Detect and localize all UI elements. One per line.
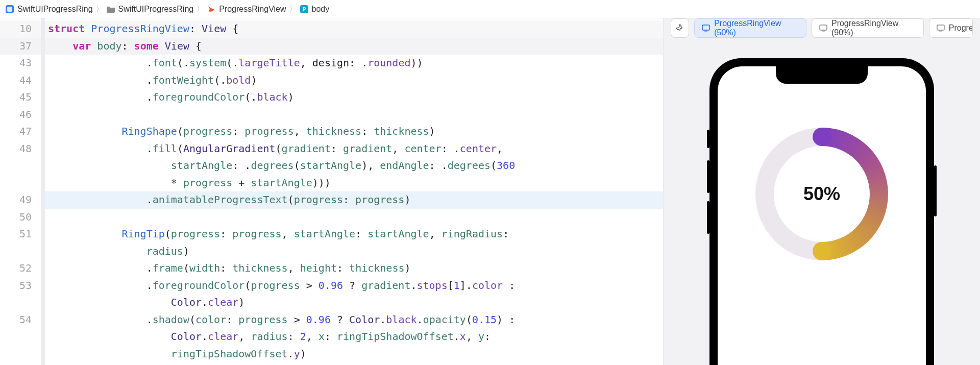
line-number bbox=[0, 346, 41, 363]
preview-pill[interactable]: ProgressRingView (50%) bbox=[694, 18, 806, 38]
code-line[interactable]: .frame(width: thickness, height: thickne… bbox=[45, 260, 663, 277]
property-icon: P bbox=[300, 5, 309, 14]
svg-rect-1 bbox=[7, 7, 12, 12]
line-gutter: 103743444546474849505152535455 bbox=[0, 18, 41, 365]
breadcrumb-app[interactable]: SwiftUIProgressRing bbox=[5, 5, 93, 14]
line-number: 10 bbox=[0, 20, 41, 38]
device-frame: 50% bbox=[709, 58, 934, 365]
line-number: 49 bbox=[0, 191, 41, 209]
code-fold-strip[interactable] bbox=[41, 18, 45, 365]
code-line[interactable]: * progress + startAngle))) bbox=[45, 175, 663, 192]
svg-rect-4 bbox=[702, 25, 709, 30]
chevron-right-icon: 〉 bbox=[96, 5, 103, 14]
code-area[interactable]: struct ProgressRingView: View { var body… bbox=[45, 18, 663, 365]
svg-rect-9 bbox=[939, 31, 942, 32]
code-line[interactable]: RingShape(progress: progress, thickness:… bbox=[45, 123, 663, 140]
code-line[interactable]: .animatableProgressText(progress: progre… bbox=[45, 191, 663, 209]
line-number: 51 bbox=[0, 226, 41, 243]
line-number: 50 bbox=[0, 209, 41, 226]
swift-icon bbox=[207, 5, 216, 14]
code-line[interactable]: } bbox=[45, 362, 663, 365]
svg-rect-7 bbox=[822, 31, 825, 32]
line-number: 47 bbox=[0, 123, 41, 140]
breadcrumb-symbol[interactable]: P body bbox=[300, 5, 330, 14]
code-line[interactable]: .fontWeight(.bold) bbox=[45, 72, 663, 89]
code-line[interactable]: radius) bbox=[45, 243, 663, 260]
code-line[interactable]: ringTipShadowOffset.y) bbox=[45, 346, 663, 363]
svg-rect-6 bbox=[820, 25, 827, 30]
code-line[interactable] bbox=[45, 209, 663, 226]
device-notch bbox=[776, 66, 868, 84]
line-number bbox=[0, 294, 41, 311]
breadcrumb-symbol-label: body bbox=[312, 5, 330, 14]
line-number: 46 bbox=[0, 106, 41, 124]
code-line[interactable]: RingTip(progress: progress, startAngle: … bbox=[45, 226, 663, 243]
code-line[interactable]: startAngle: .degrees(startAngle), endAng… bbox=[45, 157, 663, 175]
breadcrumb-app-label: SwiftUIProgressRing bbox=[17, 5, 93, 14]
breadcrumb-file[interactable]: ProgressRingView bbox=[207, 5, 286, 14]
code-line[interactable]: .font(.system(.largeTitle, design: .roun… bbox=[45, 55, 663, 72]
code-editor[interactable]: 103743444546474849505152535455 struct Pr… bbox=[0, 18, 664, 365]
preview-pill[interactable]: ProgressRingView (90%) bbox=[812, 18, 924, 38]
svg-rect-8 bbox=[937, 25, 944, 30]
line-number: 53 bbox=[0, 277, 41, 295]
line-number: 54 bbox=[0, 311, 41, 329]
line-number: 43 bbox=[0, 55, 41, 72]
preview-pill-label: ProgressRingView (50%) bbox=[714, 19, 799, 37]
line-number bbox=[0, 157, 41, 175]
code-line[interactable]: .foregroundColor(progress > 0.96 ? gradi… bbox=[45, 277, 663, 295]
code-line[interactable]: Color.clear) bbox=[45, 294, 663, 311]
line-number: 37 bbox=[0, 38, 41, 55]
code-line[interactable]: .fill(AngularGradient(gradient: gradient… bbox=[45, 140, 663, 158]
breadcrumb-folder-label: SwiftUIProgressRing bbox=[118, 5, 194, 14]
svg-rect-5 bbox=[704, 31, 707, 32]
code-line[interactable]: .foregroundColor(.black) bbox=[45, 89, 663, 106]
app-icon bbox=[5, 5, 14, 14]
breadcrumb-file-label: ProgressRingView bbox=[219, 5, 286, 14]
device-screen: 50% bbox=[718, 66, 926, 365]
code-line[interactable]: var body: some View { bbox=[45, 38, 663, 55]
device-icon bbox=[702, 25, 710, 32]
line-number: 48 bbox=[0, 140, 41, 158]
preview-header: ProgressRingView (50%)ProgressRingView (… bbox=[664, 18, 980, 38]
device-icon bbox=[937, 25, 945, 32]
progress-ring: 50% bbox=[755, 128, 888, 260]
preview-pill-label: ProgressRingView (90%) bbox=[831, 19, 916, 37]
progress-label: 50% bbox=[755, 128, 888, 260]
folder-icon bbox=[106, 5, 115, 14]
line-number: 44 bbox=[0, 72, 41, 89]
code-line[interactable]: Color.clear, radius: 2, x: ringTipShadow… bbox=[45, 328, 663, 346]
line-number: 45 bbox=[0, 89, 41, 106]
device-icon bbox=[819, 25, 827, 32]
pin-button[interactable] bbox=[671, 18, 689, 38]
preview-pill-label: Progres bbox=[949, 23, 973, 33]
line-number bbox=[0, 243, 41, 260]
chevron-right-icon: 〉 bbox=[289, 5, 297, 14]
line-number bbox=[0, 328, 41, 346]
device-power-button bbox=[934, 165, 937, 216]
line-number bbox=[0, 175, 41, 192]
line-number: 52 bbox=[0, 260, 41, 277]
code-line[interactable]: .shadow(color: progress > 0.96 ? Color.b… bbox=[45, 311, 663, 329]
canvas-preview-pane: ProgressRingView (50%)ProgressRingView (… bbox=[664, 18, 980, 365]
preview-canvas[interactable]: 50% bbox=[664, 38, 980, 365]
code-line[interactable] bbox=[45, 106, 663, 124]
preview-pill[interactable]: Progres bbox=[929, 18, 973, 38]
line-number: 55 bbox=[0, 362, 41, 365]
pin-icon bbox=[675, 23, 684, 33]
chevron-right-icon: 〉 bbox=[197, 5, 204, 14]
code-line[interactable]: struct ProgressRingView: View { bbox=[45, 20, 663, 38]
breadcrumb: SwiftUIProgressRing 〉 SwiftUIProgressRin… bbox=[0, 0, 980, 18]
svg-text:P: P bbox=[302, 6, 306, 13]
breadcrumb-folder[interactable]: SwiftUIProgressRing bbox=[106, 5, 194, 14]
